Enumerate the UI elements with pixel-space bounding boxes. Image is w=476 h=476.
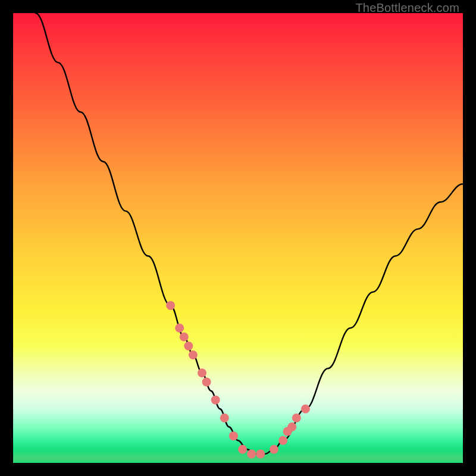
marker-dot [247, 449, 256, 458]
chart-svg [13, 13, 463, 463]
marker-dot [256, 449, 265, 458]
marker-dot [238, 445, 247, 454]
marker-dot [175, 324, 184, 333]
marker-dot [287, 422, 296, 431]
watermark-text: TheBottleneck.com [355, 1, 459, 15]
marker-dot [198, 368, 206, 377]
marker-dot [184, 342, 193, 350]
marker-dot [180, 333, 189, 342]
marker-dot [189, 350, 198, 359]
marker-dot [220, 414, 229, 422]
marker-group [166, 301, 310, 458]
marker-dot [292, 414, 301, 422]
marker-dot [229, 431, 238, 440]
bottleneck-curve [36, 13, 463, 454]
marker-dot [301, 405, 310, 414]
chart-plot-area [13, 13, 463, 463]
marker-dot [202, 377, 211, 386]
marker-dot [270, 445, 278, 454]
marker-dot [166, 301, 175, 310]
marker-dot [278, 436, 287, 445]
marker-dot [211, 396, 220, 405]
